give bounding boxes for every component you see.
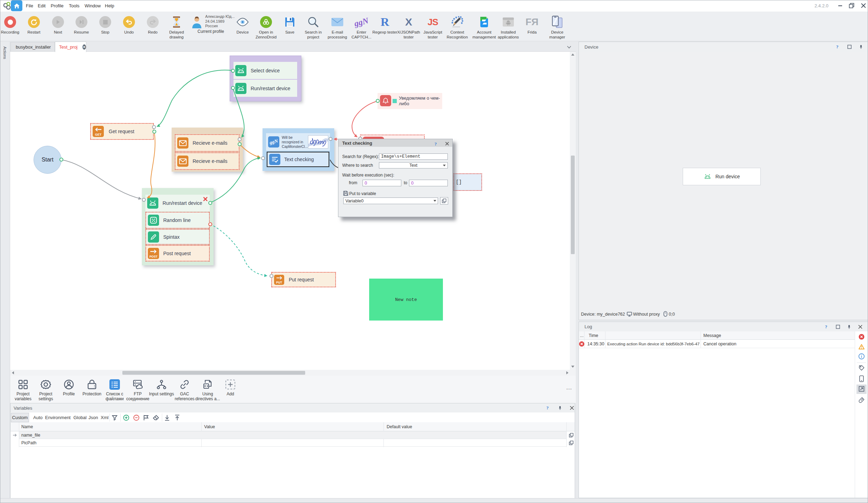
svg-text:?: ? [435,142,437,146]
